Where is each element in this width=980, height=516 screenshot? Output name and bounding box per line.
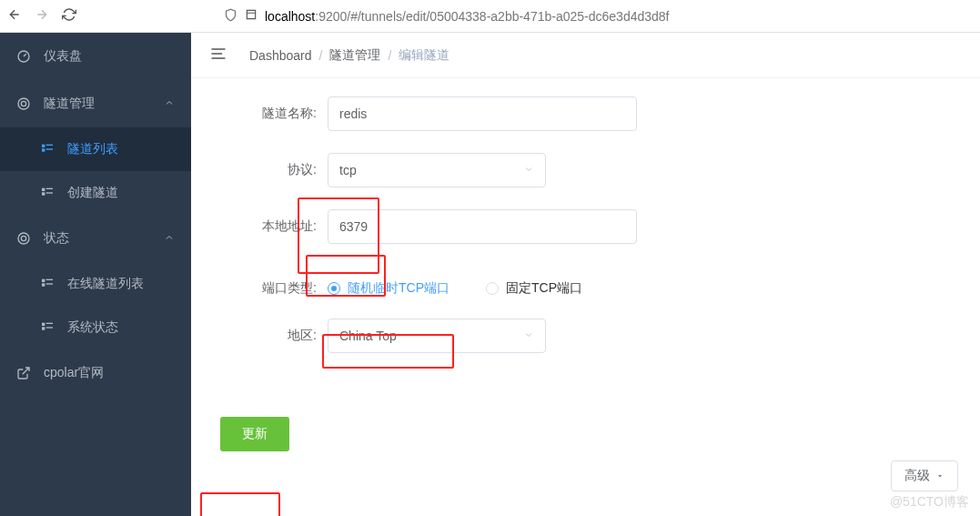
select-value: China Top (339, 329, 397, 343)
forward-icon[interactable] (35, 7, 49, 25)
protocol-label: 协议: (209, 162, 328, 178)
svg-rect-4 (42, 148, 45, 151)
sidebar-item-online-list[interactable]: 在线隧道列表 (0, 262, 191, 306)
svg-rect-7 (42, 188, 45, 191)
breadcrumb-sep: / (388, 48, 391, 63)
list-icon (40, 320, 55, 335)
sidebar-item-label: 创建隧道 (67, 185, 118, 201)
svg-rect-6 (46, 148, 53, 149)
svg-rect-9 (46, 188, 53, 189)
sidebar-item-label: 隧道列表 (67, 141, 118, 157)
svg-rect-20 (46, 327, 53, 328)
sidebar-item-tunnel-list[interactable]: 隧道列表 (0, 127, 191, 171)
breadcrumb-current: 编辑隧道 (399, 47, 450, 64)
status-icon (16, 231, 31, 246)
protocol-select[interactable]: tcp (328, 153, 546, 187)
input-value: 6379 (339, 219, 368, 234)
sidebar-item-label: 仪表盘 (44, 48, 82, 65)
svg-point-1 (18, 98, 29, 109)
chevron-up-icon (164, 96, 175, 111)
hamburger-icon[interactable] (209, 45, 249, 66)
list-icon (40, 277, 55, 291)
sidebar-item-system-status[interactable]: 系统状态 (0, 306, 191, 349)
list-icon (40, 186, 55, 200)
local-addr-label: 本地地址: (209, 218, 328, 235)
svg-rect-8 (42, 192, 45, 195)
chevron-down-icon (523, 329, 534, 343)
svg-rect-10 (46, 192, 53, 193)
caret-down-icon (935, 469, 945, 483)
radio-icon (328, 282, 340, 295)
shield-icon (224, 8, 237, 25)
chevron-up-icon (164, 231, 175, 246)
svg-rect-3 (42, 145, 45, 147)
advanced-button[interactable]: 高级 (891, 460, 958, 491)
select-value: tcp (339, 163, 357, 177)
topbar: Dashboard / 隧道管理 / 编辑隧道 (191, 33, 980, 78)
sidebar-item-tunnel-mgmt[interactable]: 隧道管理 (0, 80, 191, 127)
sidebar-item-status[interactable]: 状态 (0, 215, 191, 262)
tunnel-name-input[interactable]: redis (328, 96, 637, 131)
highlight-box (200, 492, 280, 516)
radio-label: 固定TCP端口 (506, 280, 582, 297)
local-addr-input[interactable]: 6379 (328, 209, 637, 244)
region-select[interactable]: China Top (328, 319, 546, 353)
svg-rect-5 (46, 145, 53, 146)
url-host: localhost (265, 9, 315, 24)
sidebar-item-create-tunnel[interactable]: 创建隧道 (0, 171, 191, 215)
external-link-icon (16, 366, 31, 380)
main-content: Dashboard / 隧道管理 / 编辑隧道 隧道名称: redis 协议: … (191, 33, 980, 516)
svg-rect-14 (42, 283, 45, 286)
browser-toolbar: localhost:9200/#/tunnels/edit/05004338-a… (0, 0, 980, 33)
port-type-label: 端口类型: (209, 280, 328, 297)
radio-icon (486, 282, 499, 295)
radio-fixed-port[interactable]: 固定TCP端口 (486, 280, 582, 297)
svg-point-11 (18, 233, 29, 244)
sidebar-item-label: 在线隧道列表 (67, 276, 144, 292)
list-icon (40, 142, 55, 157)
tunnel-icon (16, 96, 31, 111)
url-path: :9200/#/tunnels/edit/05004338-a2bb-471b-… (315, 9, 669, 24)
radio-random-port[interactable]: 随机临时TCP端口 (328, 280, 450, 297)
svg-point-2 (21, 101, 25, 106)
svg-point-12 (21, 236, 25, 240)
button-label: 高级 (904, 468, 930, 484)
sidebar-item-label: 状态 (44, 230, 69, 247)
svg-rect-16 (46, 283, 53, 284)
breadcrumb-item[interactable]: 隧道管理 (329, 47, 380, 64)
svg-rect-18 (42, 327, 45, 329)
form-panel: 隧道名称: redis 协议: tcp 本地地址: 6379 (191, 78, 980, 516)
svg-rect-13 (42, 279, 45, 282)
sidebar-item-label: cpolar官网 (44, 365, 104, 381)
lock-icon (245, 8, 258, 24)
back-icon[interactable] (7, 7, 22, 25)
refresh-icon[interactable] (62, 7, 76, 25)
sidebar-item-cpolar-site[interactable]: cpolar官网 (0, 349, 191, 397)
sidebar-item-dashboard[interactable]: 仪表盘 (0, 33, 191, 80)
sidebar: 仪表盘 隧道管理 隧道列表 创建隧道 (0, 33, 191, 516)
svg-rect-15 (46, 279, 53, 280)
chevron-down-icon (523, 163, 534, 177)
breadcrumb-sep: / (319, 48, 323, 63)
submit-button[interactable]: 更新 (220, 417, 289, 451)
url-bar[interactable]: localhost:9200/#/tunnels/edit/05004338-a… (87, 8, 973, 25)
watermark: @51CTO博客 (890, 494, 969, 511)
breadcrumb-item[interactable]: Dashboard (249, 48, 312, 63)
sidebar-item-label: 系统状态 (67, 319, 118, 336)
region-label: 地区: (209, 328, 328, 344)
dashboard-icon (16, 49, 31, 64)
button-label: 更新 (242, 426, 268, 440)
input-value: redis (339, 106, 367, 121)
radio-label: 随机临时TCP端口 (348, 280, 450, 297)
svg-rect-19 (46, 323, 53, 324)
tunnel-name-label: 隧道名称: (209, 106, 328, 122)
breadcrumb: Dashboard / 隧道管理 / 编辑隧道 (249, 47, 450, 64)
svg-rect-17 (42, 323, 45, 326)
sidebar-item-label: 隧道管理 (44, 96, 95, 112)
